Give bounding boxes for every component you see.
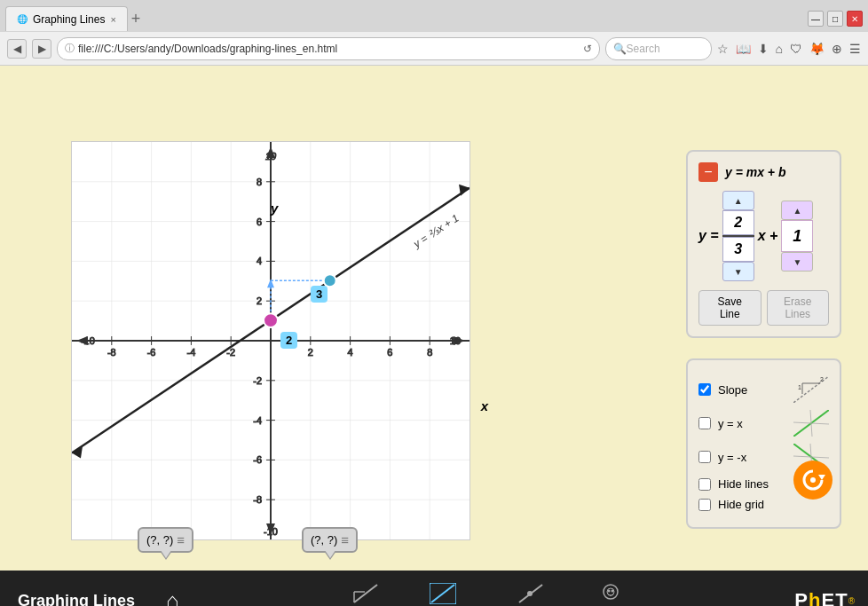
- circle-icon[interactable]: ⊕: [832, 42, 842, 56]
- nav-title: Graphing Lines: [0, 592, 153, 607]
- svg-text:-10: -10: [264, 526, 278, 537]
- svg-line-80: [354, 585, 377, 602]
- active-tab[interactable]: 🌐 Graphing Lines ×: [5, 6, 128, 31]
- svg-text:4: 4: [256, 256, 262, 266]
- home-icon[interactable]: ⌂: [776, 42, 783, 56]
- search-placeholder: Search: [627, 43, 660, 55]
- svg-text:y = ⅔x + 1: y = ⅔x + 1: [410, 212, 461, 251]
- browser-toolbar: ☆ 📖 ⬇ ⌂ 🛡 🦊 ⊕ ☰: [717, 42, 861, 56]
- nav-slope-tab[interactable]: Slope: [342, 579, 390, 606]
- svg-text:4: 4: [348, 347, 353, 358]
- remove-equation-button[interactable]: −: [698, 162, 718, 182]
- tab-close-btn[interactable]: ×: [110, 14, 115, 25]
- y-equals-label: y =: [698, 228, 719, 244]
- menu-icon[interactable]: ☰: [849, 42, 861, 56]
- close-button[interactable]: ✕: [847, 11, 863, 27]
- point-slope-nav-icon: [517, 583, 544, 604]
- new-tab-btn[interactable]: +: [131, 10, 141, 28]
- svg-marker-78: [818, 475, 825, 480]
- minimize-button[interactable]: —: [808, 11, 824, 27]
- nav-line-game-tab[interactable]: Line Game: [576, 579, 645, 606]
- svg-text:-8: -8: [107, 347, 116, 358]
- phet-registered: ®: [848, 596, 855, 606]
- ynx-checkbox[interactable]: [698, 451, 711, 463]
- window-controls: — □ ✕: [808, 11, 863, 27]
- svg-text:8: 8: [427, 347, 432, 358]
- maximize-button[interactable]: □: [827, 11, 843, 27]
- b-up-button[interactable]: ▲: [781, 201, 813, 220]
- slope-nav-icon: [352, 583, 379, 604]
- panel-buttons: Save Line Erase Lines: [698, 290, 829, 326]
- equation-formula: y = mx + b: [725, 165, 785, 179]
- bubble-tail-inner-r: [325, 550, 335, 558]
- bubble-tail-inner: [161, 550, 171, 558]
- erase-lines-button[interactable]: Erase Lines: [767, 290, 830, 326]
- shield-icon[interactable]: 🛡: [790, 42, 802, 56]
- download-icon[interactable]: ⬇: [758, 42, 769, 56]
- svg-point-64: [264, 313, 278, 327]
- url-box[interactable]: ⓘ file:///C:/Users/andy/Downloads/graphi…: [57, 37, 600, 60]
- x-axis-label: x: [481, 398, 488, 413]
- svg-text:1: 1: [798, 384, 801, 390]
- home-nav-button[interactable]: ⌂: [153, 588, 193, 606]
- refresh-button[interactable]: ↺: [583, 43, 592, 55]
- equation-panel: − y = mx + b y = ▲ 2 3 ▼ x + ▲ 1 ▼ Save …: [686, 150, 841, 338]
- svg-text:-8: -8: [253, 494, 262, 505]
- slope-checkbox-label: Slope: [718, 383, 747, 397]
- nav-point-slope-tab[interactable]: Point-Slope: [495, 579, 567, 606]
- browser-window: 🌐 Graphing Lines × + — □ ✕ ◀ ▶ ⓘ file://…: [0, 0, 868, 66]
- coord-right-lines-icon: ≡: [341, 532, 349, 547]
- tab-favicon: 🌐: [17, 14, 28, 24]
- coord-right-text: (?, ?): [311, 533, 337, 547]
- yx-checkbox[interactable]: [698, 417, 711, 429]
- svg-text:-6: -6: [147, 347, 156, 358]
- hide-grid-checkbox[interactable]: [698, 499, 711, 511]
- b-value-control: ▲ 1 ▼: [781, 201, 813, 272]
- fox-icon[interactable]: 🦊: [809, 42, 825, 56]
- checkboxes-panel: Slope 2 1 y = x y = -x: [686, 358, 841, 529]
- b-down-button[interactable]: ▼: [781, 252, 813, 272]
- bookmark-icon[interactable]: ☆: [717, 42, 729, 56]
- ynx-checkbox-label: y = -x: [718, 451, 746, 464]
- graph-area: -8 -6 -4 -2 2 4 6 8 8 6 4 2 -2 -4 -6 -8: [71, 141, 470, 567]
- coord-left-text: (?, ?): [146, 533, 173, 547]
- svg-point-90: [611, 590, 613, 593]
- svg-text:8: 8: [256, 177, 262, 187]
- nav-items: Slope Slope-Intercept Point-Slope: [193, 579, 795, 606]
- slope-intercept-nav-icon: [430, 583, 456, 604]
- readerview-icon[interactable]: 📖: [736, 42, 751, 56]
- coord-left-lines-icon: ≡: [177, 532, 185, 547]
- phet-text: PhET: [794, 589, 848, 606]
- svg-text:-4: -4: [187, 347, 196, 358]
- slope-fraction-control: ▲ 2 3 ▼: [722, 191, 754, 281]
- svg-text:-10: -10: [81, 335, 95, 346]
- search-icon: 🔍: [613, 43, 627, 55]
- yx-mini-graph: [793, 410, 829, 437]
- reset-button[interactable]: [793, 460, 832, 500]
- svg-line-84: [431, 585, 454, 602]
- hide-lines-label: Hide lines: [718, 477, 769, 491]
- svg-text:6: 6: [256, 216, 262, 227]
- hide-grid-label: Hide grid: [718, 498, 764, 511]
- slope-den-down-button[interactable]: ▼: [722, 262, 754, 281]
- svg-point-86: [527, 591, 533, 596]
- equation-row: y = ▲ 2 3 ▼ x + ▲ 1 ▼: [698, 191, 829, 281]
- nav-slope-intercept-tab[interactable]: Slope-Intercept: [398, 579, 486, 606]
- svg-point-65: [324, 274, 336, 287]
- line-game-nav-icon: [597, 583, 624, 604]
- yx-checkbox-label: y = x: [718, 417, 743, 430]
- back-button[interactable]: ◀: [7, 39, 27, 59]
- coord-left-bubble: (?, ?) ≡: [138, 527, 193, 553]
- slope-num-up-button[interactable]: ▲: [722, 191, 754, 210]
- search-box[interactable]: 🔍 Search: [605, 37, 712, 60]
- slope-mini-graph: 2 1: [793, 376, 829, 403]
- forward-button[interactable]: ▶: [32, 39, 51, 59]
- coord-right-bubble: (?, ?) ≡: [302, 527, 358, 553]
- svg-point-89: [607, 590, 610, 593]
- hide-lines-checkbox[interactable]: [698, 478, 711, 491]
- slope-checkbox[interactable]: [698, 383, 711, 396]
- equation-header: − y = mx + b: [698, 162, 829, 182]
- save-line-button[interactable]: Save Line: [698, 290, 761, 326]
- svg-text:6: 6: [387, 347, 392, 358]
- slope-checkbox-row: Slope 2 1: [698, 376, 829, 403]
